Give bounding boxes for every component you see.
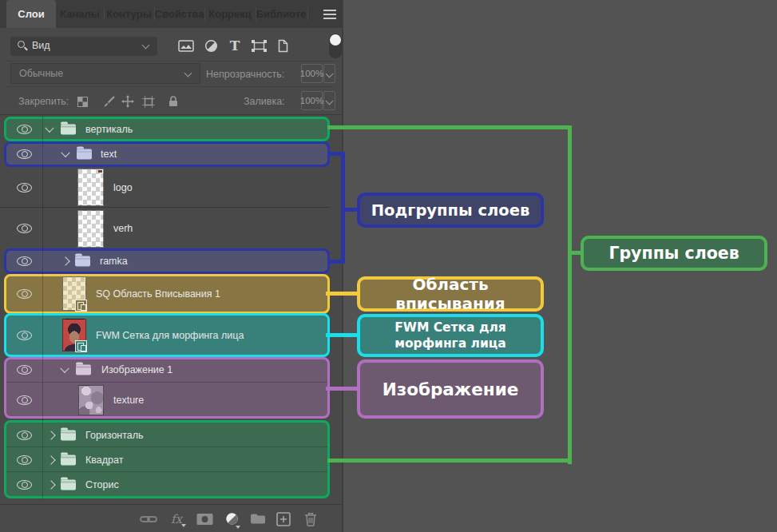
chevron-down-icon — [326, 97, 334, 105]
chevron-down-icon — [326, 70, 334, 78]
caret-down-icon — [236, 526, 240, 529]
lock-artboard-button[interactable] — [140, 91, 157, 112]
layer-thumbnail[interactable] — [77, 169, 104, 206]
tab-properties[interactable]: Свойства — [154, 0, 204, 28]
filter-smart-object-button[interactable] — [272, 35, 293, 56]
blend-mode-select[interactable]: Обычные — [10, 63, 200, 84]
annotation-label-fwm-grid: FWM Сетка для морфинга лица — [357, 314, 544, 357]
layer-effects-button[interactable]: fx — [167, 505, 186, 532]
layer-name: вертикаль — [85, 124, 133, 135]
layer-row-logo[interactable]: logo — [0, 167, 330, 208]
link-layers-button[interactable] — [139, 505, 158, 532]
annotation-connector-green — [327, 125, 572, 129]
chevron-down-icon[interactable] — [61, 149, 69, 157]
annotation-connector-cyan — [326, 333, 359, 337]
fx-icon: fx — [171, 512, 182, 526]
layer-thumbnail[interactable] — [77, 210, 104, 248]
hamburger-icon — [323, 10, 336, 11]
tab-adjustments[interactable]: Коррекц — [204, 0, 256, 28]
layer-row-sq-fit-area[interactable]: SQ Область Вписывания 1 — [0, 274, 330, 314]
tab-separator — [307, 7, 308, 21]
new-layer-button[interactable] — [274, 505, 293, 532]
layer-row-vertical-group[interactable]: вертикаль — [0, 117, 330, 141]
layer-name: Квадрат — [85, 455, 123, 466]
folder-icon — [250, 513, 266, 525]
folder-icon — [75, 256, 90, 267]
layer-row-texture[interactable]: texture — [0, 382, 330, 419]
trash-icon — [304, 512, 317, 526]
add-layer-mask-button[interactable] — [195, 505, 214, 532]
chevron-down-icon — [184, 69, 192, 77]
visibility-eye-icon[interactable] — [17, 431, 32, 440]
lock-position-button[interactable] — [119, 91, 137, 112]
chevron-down-icon[interactable] — [60, 363, 69, 372]
fill-dropdown-button[interactable] — [323, 91, 335, 110]
photoshop-layers-screenshot: Слои Каналы Контуры Свойства Коррекц Биб… — [0, 0, 777, 532]
layer-row-verh[interactable]: verh — [0, 208, 330, 249]
layer-row-text-group[interactable]: text — [0, 141, 330, 167]
delete-layer-button[interactable] — [301, 505, 320, 532]
annotation-connector-blue — [341, 208, 359, 212]
layers-panel: Слои Каналы Контуры Свойства Коррекц Биб… — [0, 0, 342, 532]
annotation-connector-green — [568, 125, 572, 464]
visibility-eye-icon[interactable] — [17, 183, 32, 193]
move-icon — [121, 95, 134, 108]
layer-filter-search[interactable]: Вид — [10, 37, 157, 56]
visibility-eye-icon[interactable] — [17, 149, 32, 159]
filter-adjustment-button[interactable] — [200, 35, 221, 56]
chevron-right-icon[interactable] — [61, 256, 69, 265]
caret-down-icon — [181, 524, 186, 527]
layer-row-stories-group[interactable]: Сторис — [0, 472, 330, 497]
lock-paint-button[interactable] — [100, 91, 117, 112]
lock-all-button[interactable] — [165, 91, 182, 112]
visibility-eye-icon[interactable] — [17, 331, 32, 340]
layer-thumbnail[interactable] — [62, 276, 86, 311]
plus-square-icon — [276, 512, 291, 526]
lock-transparency-button[interactable] — [73, 91, 91, 112]
opacity-dropdown-button[interactable] — [323, 64, 335, 83]
visibility-eye-icon[interactable] — [17, 224, 32, 233]
tab-paths[interactable]: Контуры — [104, 0, 154, 28]
visibility-eye-icon[interactable] — [17, 365, 32, 375]
chevron-right-icon[interactable] — [46, 480, 55, 489]
tab-libraries[interactable]: Библиоте — [256, 0, 307, 28]
opacity-value[interactable]: 100% — [301, 64, 323, 83]
filter-type-button[interactable]: T — [224, 35, 245, 56]
panel-menu-button[interactable] — [323, 10, 336, 19]
page-icon — [277, 39, 289, 53]
layer-row-square-group[interactable]: Квадрат — [0, 447, 330, 472]
visibility-eye-icon[interactable] — [17, 455, 32, 465]
chevron-down-icon[interactable] — [45, 123, 54, 132]
filter-on-off-toggle[interactable] — [329, 34, 342, 58]
visibility-eye-icon[interactable] — [17, 395, 32, 405]
chevron-right-icon[interactable] — [46, 431, 55, 439]
tab-layers[interactable]: Слои — [6, 0, 56, 28]
layer-row-ramka-group[interactable]: ramka — [0, 248, 330, 274]
blend-mode-value: Обычные — [19, 68, 63, 79]
tab-channels[interactable]: Каналы — [56, 0, 104, 28]
visibility-eye-icon[interactable] — [17, 480, 32, 490]
new-group-button[interactable] — [248, 505, 268, 532]
layer-thumbnail[interactable] — [62, 319, 86, 351]
layer-name: ramka — [100, 256, 128, 267]
folder-icon — [61, 455, 76, 465]
layer-row-image-group[interactable]: Изображение 1 — [0, 357, 330, 382]
layer-row-fwm-morph-grid[interactable]: FWM Сетка для морфинга лица — [0, 313, 330, 357]
visibility-eye-icon[interactable] — [17, 289, 32, 299]
filter-shape-button[interactable] — [248, 35, 269, 56]
fill-value[interactable]: 100% — [301, 91, 323, 110]
brush-icon — [103, 96, 115, 108]
visibility-eye-icon[interactable] — [17, 125, 32, 134]
chevron-right-icon[interactable] — [46, 455, 55, 464]
visibility-eye-icon[interactable] — [17, 256, 32, 266]
layer-name: Изображение 1 — [101, 364, 172, 375]
layer-thumbnail[interactable] — [78, 385, 104, 415]
checkerboard-icon — [77, 97, 88, 107]
annotation-label-image: Изображение — [357, 359, 544, 419]
layer-row-horizontal-group[interactable]: Горизонталь — [0, 423, 330, 447]
annotation-label-fit-area: Область вписывания — [357, 276, 544, 312]
new-adjustment-layer-button[interactable] — [222, 505, 241, 532]
tab-separator — [154, 7, 155, 21]
filter-image-button[interactable] — [176, 35, 196, 56]
folder-icon — [77, 149, 92, 160]
